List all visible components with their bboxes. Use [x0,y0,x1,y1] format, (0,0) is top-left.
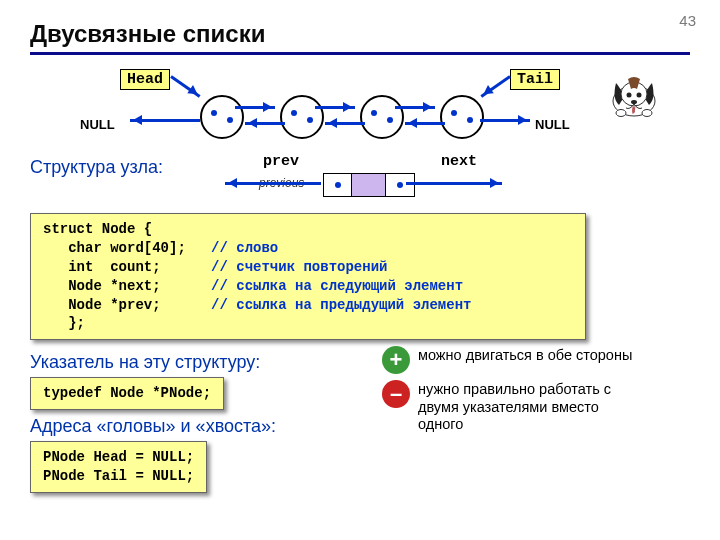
dog-icon [606,69,662,119]
arrow-icon [480,119,530,122]
arrow-icon [170,75,200,97]
page-title: Двусвязные списки [30,20,690,48]
arrow-icon [406,182,502,185]
list-node [200,95,244,139]
arrow-icon [325,122,365,125]
prev-label: prev [263,153,299,170]
structure-label: Структура узла: [30,157,163,178]
addresses-label: Адреса «головы» и «хвоста»: [30,416,370,437]
minus-icon: – [382,380,410,408]
arrow-icon [130,119,200,122]
arrow-icon [315,106,355,109]
code-typedef: typedef Node *PNode; [30,377,224,410]
con-text: нужно правильно работать с двумя указате… [418,380,618,433]
list-node [280,95,324,139]
next-label: next [441,153,477,170]
arrow-icon [405,122,445,125]
null-left: NULL [80,117,115,132]
svg-point-5 [616,110,626,117]
list-node [440,95,484,139]
arrow-icon [395,106,435,109]
arrow-icon [225,182,321,185]
svg-point-2 [627,93,632,98]
con-row: – нужно правильно работать с двумя указа… [382,380,690,433]
svg-point-4 [631,100,637,104]
code-struct: struct Node { char word[40]; // слово in… [30,213,586,340]
code-headtail: PNode Head = NULL; PNode Tail = NULL; [30,441,207,493]
svg-point-6 [642,110,652,117]
page-number: 43 [679,12,696,29]
node-cell [385,173,415,197]
title-rule [30,52,690,55]
node-cell [323,173,353,197]
arrow-icon [480,75,510,97]
tail-label: Tail [510,69,560,90]
arrow-icon [245,122,285,125]
list-node [360,95,404,139]
arrow-icon [235,106,275,109]
node-cell [351,173,387,197]
plus-icon: + [382,346,410,374]
pro-row: + можно двигаться в обе стороны [382,346,690,374]
pro-text: можно двигаться в обе стороны [418,346,632,364]
head-label: Head [120,69,170,90]
linked-list-diagram: Head Tail NULL NULL [70,73,650,145]
svg-point-3 [637,93,642,98]
pointer-label: Указатель на эту структуру: [30,352,370,373]
null-right: NULL [535,117,570,132]
